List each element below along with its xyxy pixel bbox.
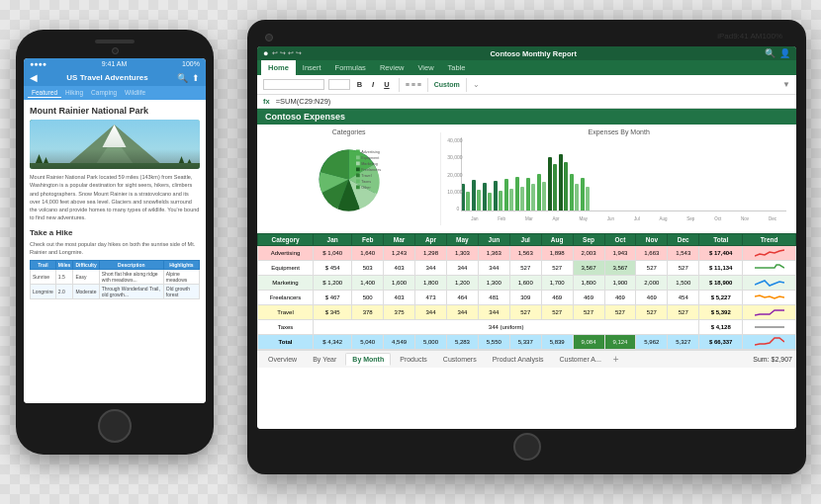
cell-val[interactable]: 403 bbox=[384, 291, 415, 305]
cell-val[interactable]: 527 bbox=[668, 305, 699, 320]
cell-val[interactable]: 1,700 bbox=[541, 276, 573, 291]
italic-button[interactable]: I bbox=[369, 79, 377, 90]
tablet-home-button[interactable] bbox=[513, 433, 541, 461]
cell-total[interactable]: $ 4,128 bbox=[699, 320, 743, 335]
sheet-by-month[interactable]: By Month bbox=[345, 353, 391, 366]
cell-taxes-uniform[interactable]: 344 (uniform) bbox=[314, 320, 699, 335]
cell-val[interactable]: 3,567 bbox=[604, 261, 636, 276]
cell-total[interactable]: $ 18,900 bbox=[699, 276, 743, 291]
cell-val[interactable]: 1,600 bbox=[384, 276, 415, 291]
cell-val[interactable]: 1,363 bbox=[478, 246, 509, 261]
cell-val[interactable]: 1,800 bbox=[415, 276, 447, 291]
cell-val[interactable]: 1,303 bbox=[446, 246, 478, 261]
cell-val[interactable]: 344 bbox=[446, 305, 478, 320]
cell-val[interactable]: 527 bbox=[509, 261, 541, 276]
cell-val[interactable]: $ 454 bbox=[314, 261, 352, 276]
phone-tab-hiking[interactable]: Hiking bbox=[61, 88, 87, 98]
cell-val[interactable]: 2,000 bbox=[636, 276, 668, 291]
cell-val[interactable]: 469 bbox=[604, 291, 636, 305]
cell-val[interactable]: 1,200 bbox=[446, 276, 478, 291]
cell-val[interactable]: 454 bbox=[668, 291, 699, 305]
cell-val[interactable]: 1,663 bbox=[636, 246, 668, 261]
cell-val[interactable]: 1,943 bbox=[604, 246, 636, 261]
underline-button[interactable]: U bbox=[381, 79, 392, 90]
cell-val[interactable]: 527 bbox=[636, 305, 668, 320]
cell-val[interactable]: 5,040 bbox=[352, 335, 384, 350]
cell-val[interactable]: 481 bbox=[478, 291, 509, 305]
sheet-product-analysis[interactable]: Product Analysis bbox=[486, 353, 551, 366]
cell-val[interactable]: 464 bbox=[446, 291, 478, 305]
cell-val[interactable]: 5,283 bbox=[446, 335, 478, 350]
back-icon[interactable]: ◀ bbox=[30, 72, 38, 83]
cell-val[interactable]: 5,962 bbox=[636, 335, 668, 350]
phone-home-button[interactable] bbox=[98, 409, 132, 443]
cell-val[interactable]: 3,567 bbox=[573, 261, 604, 276]
cell-val[interactable]: 527 bbox=[509, 305, 541, 320]
cell-val[interactable]: 375 bbox=[384, 305, 415, 320]
cell-val[interactable]: 1,298 bbox=[415, 246, 447, 261]
cell-val[interactable]: 5,327 bbox=[668, 335, 699, 350]
phone-tab-camping[interactable]: Camping bbox=[87, 88, 121, 98]
cell-val[interactable]: 500 bbox=[352, 291, 384, 305]
cell-val[interactable]: 1,640 bbox=[352, 246, 384, 261]
cell-val[interactable]: 1,400 bbox=[352, 276, 384, 291]
font-name[interactable]: Franklin Gothic B bbox=[263, 79, 324, 90]
cell-val[interactable]: 1,600 bbox=[509, 276, 541, 291]
cell-val[interactable]: 469 bbox=[636, 291, 668, 305]
cell-val[interactable]: 5,550 bbox=[478, 335, 509, 350]
tab-review[interactable]: Review bbox=[373, 60, 411, 75]
cell-val[interactable]: 1,898 bbox=[541, 246, 573, 261]
cell-val[interactable]: 527 bbox=[604, 305, 636, 320]
search-icon[interactable]: 🔍 bbox=[765, 48, 775, 58]
more-options-icon[interactable]: ⌄ bbox=[473, 80, 480, 89]
cell-val[interactable]: 344 bbox=[478, 305, 509, 320]
cell-val[interactable]: $ 1,040 bbox=[314, 246, 352, 261]
cell-val[interactable]: 344 bbox=[478, 261, 509, 276]
search-icon[interactable]: 🔍 bbox=[177, 73, 188, 83]
cell-val[interactable]: 5,337 bbox=[509, 335, 541, 350]
cell-total[interactable]: $ 17,404 bbox=[699, 246, 743, 261]
cell-val[interactable]: 469 bbox=[573, 291, 604, 305]
cell-val[interactable]: $ 345 bbox=[314, 305, 352, 320]
cell-val[interactable]: 1,543 bbox=[668, 246, 699, 261]
cell-val[interactable]: 4,549 bbox=[384, 335, 415, 350]
align-icons[interactable]: ≡ ≡ ≡ bbox=[406, 81, 421, 88]
cell-total[interactable]: $ 66,337 bbox=[699, 335, 743, 350]
cell-val[interactable]: 309 bbox=[509, 291, 541, 305]
phone-tab-wildlife[interactable]: Wildlife bbox=[121, 88, 149, 98]
cell-val[interactable]: 469 bbox=[541, 291, 573, 305]
cell-val[interactable]: 527 bbox=[541, 305, 573, 320]
custom-button[interactable]: Custom bbox=[434, 81, 460, 88]
cell-val[interactable]: 1,243 bbox=[384, 246, 415, 261]
cell-val[interactable]: $ 467 bbox=[314, 291, 352, 305]
cell-val[interactable]: 1,900 bbox=[604, 276, 636, 291]
person-icon[interactable]: 👤 bbox=[779, 48, 790, 58]
cell-val[interactable]: 1,500 bbox=[668, 276, 699, 291]
cell-val[interactable]: 527 bbox=[636, 261, 668, 276]
cell-val[interactable]: 344 bbox=[446, 261, 478, 276]
tab-formulas[interactable]: Formulas bbox=[328, 60, 373, 75]
cell-val[interactable]: $ 1,200 bbox=[314, 276, 352, 291]
sheet-overview[interactable]: Overview bbox=[261, 353, 304, 366]
bold-button[interactable]: B bbox=[354, 79, 365, 90]
tab-view[interactable]: View bbox=[410, 60, 440, 75]
sheet-customers[interactable]: Customers bbox=[436, 353, 484, 366]
cell-total[interactable]: $ 5,227 bbox=[699, 291, 743, 305]
cell-val[interactable]: 5,000 bbox=[415, 335, 447, 350]
sheet-customer-a[interactable]: Customer A... bbox=[552, 353, 607, 366]
cell-val[interactable]: 473 bbox=[415, 291, 447, 305]
sheet-products[interactable]: Products bbox=[393, 353, 434, 366]
cell-val[interactable]: 527 bbox=[668, 261, 699, 276]
cell-val[interactable]: 378 bbox=[352, 305, 384, 320]
cell-val[interactable]: 344 bbox=[415, 261, 447, 276]
cell-val[interactable]: 9,124 bbox=[604, 335, 636, 350]
cell-val[interactable]: 344 bbox=[415, 305, 447, 320]
cell-val[interactable]: $ 4,342 bbox=[314, 335, 352, 350]
tab-home[interactable]: Home bbox=[261, 60, 296, 75]
tab-insert[interactable]: Insert bbox=[296, 60, 328, 75]
tab-table[interactable]: Table bbox=[441, 60, 473, 75]
add-sheet-button[interactable]: + bbox=[610, 354, 622, 365]
cell-val[interactable]: 2,003 bbox=[573, 246, 604, 261]
cell-val[interactable]: 527 bbox=[541, 261, 573, 276]
cell-total[interactable]: $ 5,392 bbox=[699, 305, 743, 320]
